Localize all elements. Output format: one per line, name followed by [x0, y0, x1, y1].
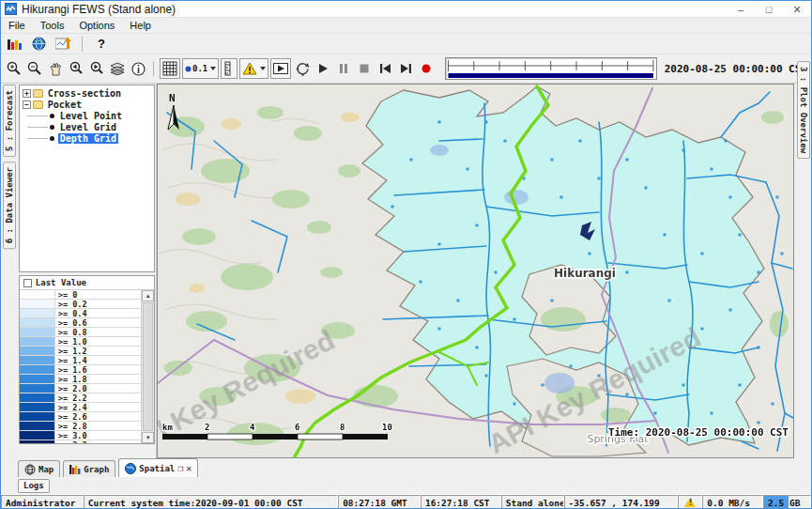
- legend-label: >= 0: [55, 290, 77, 299]
- tab-map[interactable]: Map: [18, 460, 60, 477]
- tree-item-cross-section[interactable]: + Cross-section: [20, 87, 154, 99]
- legend-label: >= 1.4: [55, 356, 87, 364]
- status-gmt-time: 08:27:18 GMT: [338, 495, 421, 509]
- scrollbar-track[interactable]: [143, 302, 153, 431]
- scalebar-icon[interactable]: [221, 58, 237, 79]
- tree-item-level-grid[interactable]: Level Grid: [20, 121, 154, 132]
- legend-swatch: [20, 393, 55, 402]
- rotate-icon[interactable]: [293, 59, 312, 78]
- menu-options[interactable]: Options: [71, 20, 122, 31]
- legend-swatch: [20, 431, 55, 440]
- tab-map-label: Map: [38, 465, 54, 474]
- pan-icon[interactable]: [46, 59, 65, 78]
- map-canvas[interactable]: API Key Required API Key Required Hikura…: [158, 85, 793, 457]
- legend-swatch: [20, 403, 55, 411]
- legend-swatch: [20, 412, 55, 421]
- close-panel-icon[interactable]: ✕: [186, 464, 192, 473]
- status-memory: 2.5 GB: [763, 495, 811, 509]
- time-slider-bar[interactable]: [449, 73, 653, 78]
- tree-item-depth-grid[interactable]: Depth Grid: [20, 132, 154, 144]
- legend-swatch: [20, 309, 55, 317]
- legend-swatch: [20, 384, 55, 393]
- tree-item-label: Level Point: [58, 111, 124, 121]
- info-icon[interactable]: [129, 59, 147, 78]
- left-tab-strip: 5 : Forecast 6 : Data Viewer: [1, 84, 18, 458]
- last-value-checkbox[interactable]: [23, 279, 32, 287]
- zoom-out-icon[interactable]: [25, 59, 44, 78]
- menu-tools[interactable]: Tools: [33, 20, 72, 31]
- layers-icon[interactable]: [108, 59, 127, 78]
- last-value-label: Last Value: [36, 278, 86, 287]
- record-icon[interactable]: [417, 59, 436, 78]
- help-icon[interactable]: ?: [92, 35, 111, 54]
- tab-forecast[interactable]: 5 : Forecast: [3, 85, 16, 157]
- folder-icon: [33, 100, 43, 109]
- legend-swatch: [20, 318, 55, 327]
- explorer-icon[interactable]: [5, 35, 23, 54]
- zoom-in-icon[interactable]: [5, 59, 23, 78]
- legend-row: >= 0.2: [20, 300, 141, 309]
- status-coordinates: -35.657 , 174.199: [564, 495, 679, 509]
- legend-swatch: [20, 375, 55, 383]
- step-back-icon[interactable]: [375, 59, 394, 78]
- time-slider[interactable]: [445, 57, 656, 80]
- menu-file[interactable]: File: [1, 20, 33, 31]
- main-toolbar: ?: [1, 34, 811, 54]
- legend-label: >= 2.8: [55, 422, 87, 430]
- grid-icon[interactable]: [160, 58, 180, 79]
- stop-icon[interactable]: [355, 59, 374, 78]
- svg-text:km: km: [162, 423, 173, 432]
- tree-item-label: Pocket: [46, 100, 84, 110]
- town-label: Hikurangi: [554, 267, 616, 280]
- bullet-icon: [50, 114, 54, 118]
- tab-data-viewer[interactable]: 6 : Data Viewer: [3, 162, 16, 249]
- tree-item-pocket[interactable]: − Pocket: [20, 99, 154, 110]
- menu-help[interactable]: Help: [122, 20, 159, 31]
- minimize-button[interactable]: –: [727, 1, 755, 18]
- expand-icon[interactable]: +: [23, 89, 31, 98]
- tree-item-label: Level Grid: [58, 122, 118, 132]
- legend-label: >= 3.0: [55, 431, 87, 440]
- layer-tree: + Cross-section − Pocket Level Point: [19, 85, 155, 272]
- step-forward-icon[interactable]: [396, 59, 415, 78]
- tree-item-level-point[interactable]: Level Point: [20, 110, 154, 121]
- window-title: Hikurangi FEWS (Stand alone): [22, 3, 176, 16]
- legend-row: >= 3.0: [20, 431, 141, 440]
- tree-item-label-selected: Depth Grid: [58, 133, 118, 144]
- play-icon[interactable]: [314, 59, 332, 78]
- thresholds-icon[interactable]: [239, 58, 268, 79]
- tab-graph[interactable]: Graph: [63, 460, 115, 477]
- collapse-icon[interactable]: −: [23, 100, 31, 109]
- tab-plot-overview[interactable]: 3 : Plot Overview: [797, 61, 810, 159]
- chevron-down-icon[interactable]: [260, 67, 266, 70]
- scroll-up-icon[interactable]: ▲: [142, 290, 154, 301]
- main-content: 5 : Forecast 6 : Data Viewer + Cross-sec…: [1, 84, 811, 458]
- scroll-down-icon[interactable]: ▼: [142, 432, 154, 443]
- svg-text:8: 8: [340, 423, 345, 432]
- close-button[interactable]: ✕: [783, 1, 811, 18]
- legend-scrollbar[interactable]: ▲ ▼: [142, 290, 154, 443]
- chevron-down-icon[interactable]: [210, 67, 216, 70]
- status-warning-cell[interactable]: [678, 495, 702, 509]
- legend-row: >= 3.2: [20, 440, 141, 443]
- pause-icon[interactable]: [334, 59, 353, 78]
- classbreaks-icon[interactable]: 0.1: [182, 58, 219, 79]
- logs-button[interactable]: Logs: [18, 479, 50, 493]
- toolbar-separator: [153, 61, 154, 76]
- map-view[interactable]: API Key Required API Key Required Hikura…: [157, 84, 794, 458]
- tree-connector: [27, 138, 48, 139]
- status-local-time: 16:27:18 CST: [421, 495, 501, 509]
- title-bar: Hikurangi FEWS (Stand alone) – □ ✕: [1, 1, 811, 18]
- legend-label: >= 2.0: [55, 384, 87, 393]
- maximize-button[interactable]: □: [755, 1, 783, 18]
- zoom-next-icon[interactable]: [87, 59, 106, 78]
- tab-spatial[interactable]: Spatial ❐ ✕: [118, 458, 198, 477]
- animation-icon[interactable]: [270, 58, 291, 79]
- map-display-icon[interactable]: [29, 35, 48, 54]
- toolbar-separator: [82, 37, 83, 52]
- timeseries-dialog-icon[interactable]: [54, 35, 72, 54]
- status-user: Administrator: [1, 495, 84, 509]
- maximize-panel-icon[interactable]: ❐: [177, 464, 183, 473]
- logs-row: Logs: [1, 477, 811, 494]
- zoom-previous-icon[interactable]: [67, 59, 85, 78]
